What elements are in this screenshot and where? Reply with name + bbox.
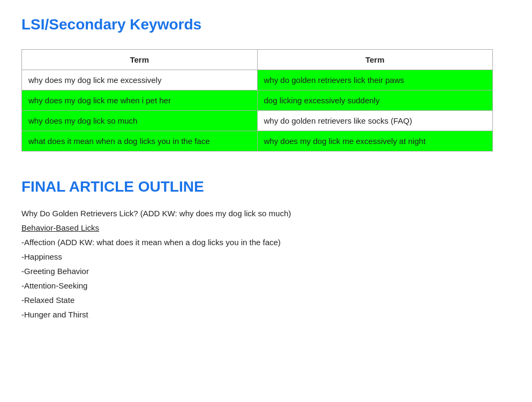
table-row-1-col1: why does my dog lick me when i pet her	[22, 90, 258, 111]
outline-section-title: FINAL ARTICLE OUTLINE	[21, 178, 511, 195]
keywords-section-title: LSI/Secondary Keywords	[21, 16, 511, 33]
table-row-2-col1: why does my dog lick so much	[22, 111, 258, 131]
col2-header: Term	[257, 50, 493, 70]
table-row-3-col2: why does my dog lick me excessively at n…	[257, 131, 493, 151]
outline-content: Why Do Golden Retrievers Lick? (ADD KW: …	[21, 206, 511, 322]
col1-header: Term	[22, 50, 258, 70]
outline-line-3: -Happiness	[21, 249, 511, 264]
outline-line-0: Why Do Golden Retrievers Lick? (ADD KW: …	[21, 206, 511, 221]
outline-line-2: -Affection (ADD KW: what does it mean wh…	[21, 235, 511, 249]
table-row-0-col2: why do golden retrievers lick their paws	[257, 70, 493, 90]
table-row-0-col1: why does my dog lick me excessively	[22, 70, 258, 90]
table-row-1-col2: dog licking excessively suddenly	[257, 90, 493, 111]
outline-line-1: Behavior-Based Licks	[21, 221, 511, 235]
outline-line-4: -Greeting Behavior	[21, 264, 511, 278]
table-row-3-col1: what does it mean when a dog licks you i…	[22, 131, 258, 151]
table-row-2-col2: why do golden retrievers like socks (FAQ…	[257, 111, 493, 131]
outline-line-6: -Relaxed State	[21, 293, 511, 307]
outline-line-5: -Attention-Seeking	[21, 278, 511, 293]
outline-line-7: -Hunger and Thirst	[21, 307, 511, 322]
keywords-table: Term Term why does my dog lick me excess…	[21, 49, 493, 151]
